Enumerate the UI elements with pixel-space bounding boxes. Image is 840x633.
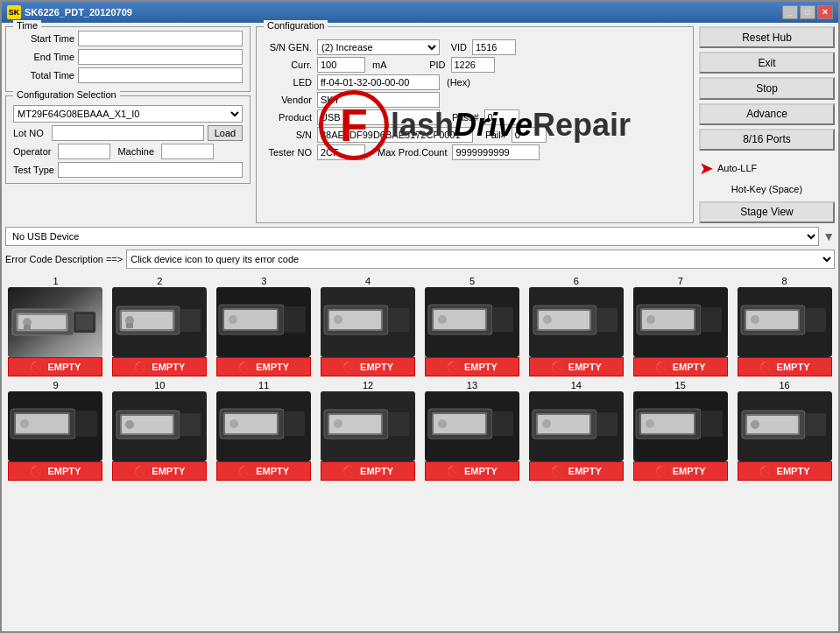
vid-input[interactable] — [472, 39, 516, 55]
vendor-label: Vendor — [264, 95, 312, 105]
main-content: Time Start Time End Time Total Time — [2, 23, 838, 631]
load-button[interactable]: Load — [208, 125, 243, 141]
config-select[interactable]: MT29F64G08EBAAA_X1_I0 — [13, 105, 243, 123]
operator-input[interactable] — [58, 144, 110, 159]
usb-icon-8[interactable] — [738, 287, 832, 357]
usb-device-select[interactable]: No USB Device — [5, 227, 819, 246]
svg-rect-19 — [284, 306, 306, 333]
vendor-input[interactable] — [317, 92, 440, 108]
slot-number-9: 9 — [53, 380, 58, 390]
operator-row: Operator Machine — [13, 144, 243, 159]
usb-icon-15[interactable] — [633, 391, 728, 461]
usb-status-3: 🚫 EMPTY — [216, 357, 311, 376]
title-bar-left: SK SK6226_PDT_20120709 — [7, 5, 132, 19]
start-time-label: Start Time — [13, 33, 74, 44]
slot-number-1: 1 — [53, 276, 58, 286]
error-row: Error Code Description ==> Click device … — [5, 250, 835, 269]
product-label: Product — [264, 112, 312, 123]
exit-button[interactable]: Exit — [699, 52, 835, 74]
advance-button[interactable]: Advance — [699, 103, 835, 125]
svg-rect-91 — [701, 411, 723, 437]
usb-icon-14[interactable] — [529, 391, 624, 461]
sngen-select[interactable]: (2) Increase — [317, 39, 440, 55]
usb-status-12: 🚫 EMPTY — [321, 461, 415, 481]
pid-label: PID — [424, 60, 446, 70]
usb-icon-11[interactable] — [216, 391, 311, 461]
usb-slot-8: 8 🚫 EMPTY — [734, 276, 835, 376]
usb-icon-7[interactable] — [633, 287, 728, 357]
usb-slot-1: 1 — [5, 276, 106, 376]
arrow-icon: ➤ — [699, 158, 714, 179]
svg-point-98 — [751, 420, 759, 429]
maximize-button[interactable]: □ — [800, 5, 815, 19]
end-time-row: End Time — [13, 49, 243, 65]
close-button[interactable]: ✕ — [817, 5, 833, 19]
minimize-button[interactable]: _ — [782, 5, 798, 19]
slot-number-6: 6 — [574, 276, 579, 286]
usb-icon-4[interactable] — [321, 287, 415, 357]
ports-button[interactable]: 8/16 Ports — [699, 129, 835, 151]
usb-slot-16: 16 🚫 EMPTY — [734, 380, 835, 481]
tester-input[interactable] — [317, 144, 365, 160]
svg-rect-49 — [805, 308, 826, 332]
slot-number-8: 8 — [782, 276, 787, 286]
slot-number-7: 7 — [678, 276, 683, 286]
lot-row: Lot NO Load — [13, 125, 243, 141]
sn-input[interactable] — [317, 127, 473, 143]
stage-view-button[interactable]: Stage View — [699, 201, 835, 223]
svg-point-86 — [542, 419, 551, 428]
usb-slot-9: 9 🚫 EMPTY — [5, 380, 106, 481]
usb-status-10: 🚫 EMPTY — [112, 461, 207, 481]
svg-point-74 — [334, 419, 342, 428]
usb-slot-15: 15 🚫 EMPTY — [630, 380, 731, 481]
product-row: Product Pass# — [264, 109, 686, 125]
machine-label: Machine — [117, 146, 154, 157]
reset-hub-button[interactable]: Reset Hub — [699, 26, 835, 48]
svg-rect-14 — [126, 323, 133, 328]
usb-icon-1[interactable] — [8, 287, 102, 357]
no-sign-icon-11: 🚫 — [238, 465, 252, 478]
led-input[interactable] — [317, 74, 440, 90]
pid-input[interactable] — [451, 57, 495, 73]
usb-icon-3[interactable] — [216, 287, 311, 357]
curr-input[interactable] — [317, 57, 365, 73]
usb-icon-5[interactable] — [425, 287, 519, 357]
start-time-input[interactable] — [78, 31, 243, 46]
product-input[interactable] — [317, 109, 440, 125]
curr-label: Curr. — [264, 60, 312, 70]
maxprod-input[interactable] — [452, 144, 540, 160]
no-sign-icon-9: 🚫 — [30, 465, 44, 478]
machine-input[interactable] — [161, 144, 214, 159]
end-time-input[interactable] — [78, 49, 243, 65]
testtype-input[interactable] — [58, 162, 243, 178]
usb-icon-13[interactable] — [425, 391, 519, 461]
usb-slot-13: 13 🚫 EMPTY — [422, 380, 523, 481]
led-label: LED — [264, 77, 312, 88]
dropdown-arrow-icon: ▼ — [822, 229, 835, 243]
lot-input[interactable] — [52, 125, 204, 141]
app-icon: SK — [7, 5, 21, 19]
operator-label: Operator — [13, 146, 51, 157]
usb-slot-10: 10 🚫 EMPTY — [109, 380, 210, 481]
usb-icon-12[interactable] — [321, 391, 415, 461]
usb-icon-10[interactable] — [112, 391, 207, 461]
fail-input[interactable] — [512, 127, 547, 143]
svg-point-26 — [334, 315, 342, 324]
total-time-input[interactable] — [78, 67, 243, 83]
usb-slot-2: 2 🚫 EMPTY — [109, 276, 210, 376]
top-section: Time Start Time End Time Total Time — [5, 26, 835, 223]
vid-label: VID — [445, 42, 467, 53]
usb-icon-2[interactable] — [112, 287, 207, 357]
stop-button[interactable]: Stop — [699, 77, 835, 99]
pass-input[interactable] — [484, 109, 519, 125]
usb-icon-9[interactable] — [8, 391, 102, 461]
curr-row: Curr. mA PID — [264, 57, 686, 73]
auto-llf-area: ➤ Auto-LLF — [699, 158, 835, 179]
usb-icon-16[interactable] — [738, 391, 832, 461]
hotkey-label: Hot-Key (Space) — [699, 184, 835, 194]
configuration-title: Configuration — [264, 20, 328, 31]
testtype-label: Test Type — [13, 165, 54, 175]
usb-slot-4: 4 🚫 EMPTY — [318, 276, 419, 376]
error-code-select[interactable]: Click device icon to query its error cod… — [126, 250, 835, 269]
usb-icon-6[interactable] — [529, 287, 624, 357]
